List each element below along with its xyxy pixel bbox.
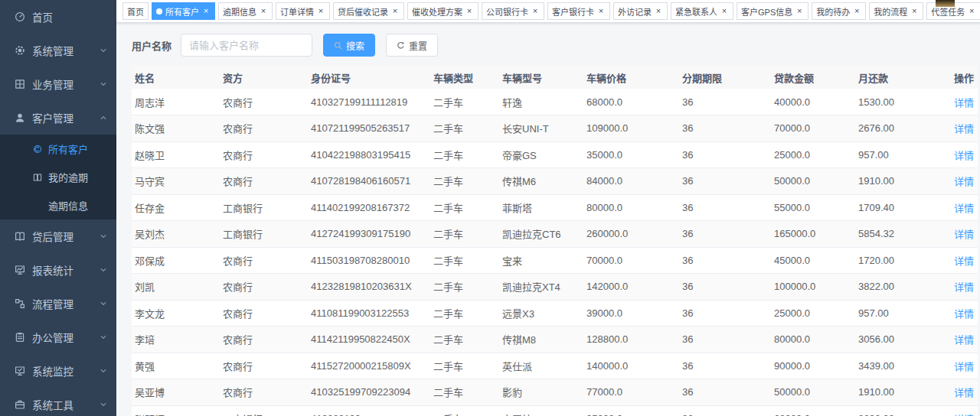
table-cell: 赵晓卫 <box>132 141 220 168</box>
search-field-label: 用户名称 <box>132 38 172 53</box>
action-cell: 详情 <box>951 141 978 168</box>
table-cell: 1720.00 <box>855 247 951 274</box>
close-icon[interactable]: × <box>596 7 606 16</box>
tab-3[interactable]: 订单详情× <box>276 2 330 20</box>
detail-link[interactable]: 详情 <box>954 150 974 161</box>
table-cell: 25000.0 <box>771 141 855 168</box>
sidebar-item-7[interactable]: 办公管理 <box>0 320 116 354</box>
submenu-item-label: 逾期信息 <box>48 198 88 213</box>
close-icon[interactable]: × <box>795 7 804 16</box>
table-cell: 二手车 <box>430 168 499 195</box>
tab-11[interactable]: 我的待办× <box>812 2 866 20</box>
table-cell: 36 <box>679 327 771 353</box>
tab-1[interactable]: 所有客户× <box>152 2 215 20</box>
table-row: 吴亚博农商行410325199709223094二手车影豹77000.03650… <box>132 379 978 406</box>
table-cell: 二手车 <box>430 194 499 221</box>
search-button[interactable]: 搜索 <box>323 34 375 57</box>
chevron-down-icon <box>100 300 107 307</box>
sidebar-item-0[interactable]: 首页 <box>0 0 116 34</box>
chevron-down-icon <box>100 333 107 341</box>
tab-5[interactable]: 催收处理方案× <box>407 2 479 20</box>
copyright-circle-icon <box>32 144 42 154</box>
table-cell: 陈文强 <box>132 115 220 142</box>
table-cell: 412724199309175190 <box>308 221 430 248</box>
tab-6[interactable]: 公司银行卡× <box>482 2 544 20</box>
table-cell: 农商行 <box>220 89 308 115</box>
close-icon[interactable]: × <box>316 7 325 16</box>
detail-link[interactable]: 详情 <box>954 255 974 267</box>
sidebar-item-3[interactable]: 客户管理 <box>0 101 116 135</box>
tab-10[interactable]: 客户GPS信息× <box>737 2 808 20</box>
table-cell: 任存金 <box>132 194 220 221</box>
tab-4[interactable]: 贷后催收记录× <box>333 2 404 20</box>
table-cell: 农商行 <box>220 247 308 274</box>
table-cell: 菲斯塔 <box>499 194 583 221</box>
detail-link[interactable]: 详情 <box>954 229 974 240</box>
table-cell: 李培 <box>132 327 220 353</box>
close-icon[interactable]: × <box>910 7 919 16</box>
table-cell: 远景X3 <box>499 300 583 327</box>
sidebar-item-2[interactable]: 业务管理 <box>0 67 116 101</box>
table-row: 李培农商行41142119950822450X二手车传祺M8128800.036… <box>132 327 978 353</box>
table-cell: 吴刘杰 <box>132 221 220 248</box>
close-icon[interactable]: × <box>720 7 729 16</box>
detail-link[interactable]: 详情 <box>954 361 974 372</box>
column-header: 车辆类型 <box>430 66 499 89</box>
tab-12[interactable]: 我的流程× <box>869 2 923 20</box>
sidebar-item-4[interactable]: 贷后管理 <box>0 219 116 253</box>
submenu-item-label: 我的逾期 <box>48 170 88 184</box>
close-icon[interactable]: × <box>967 7 976 16</box>
tab-label: 外访记录 <box>618 5 652 18</box>
table-row: 张明辉工商银行410323199二手车卡罗拉95000.03660000.022… <box>132 405 978 416</box>
table-cell: 68000.0 <box>583 89 679 115</box>
action-cell: 详情 <box>951 194 978 221</box>
close-icon[interactable]: × <box>259 7 268 16</box>
tab-label: 我的待办 <box>816 5 850 18</box>
detail-link[interactable]: 详情 <box>954 203 974 214</box>
detail-link[interactable]: 详情 <box>954 334 974 346</box>
submenu-item-2[interactable]: 逾期信息 <box>0 191 116 219</box>
sidebar-item-8[interactable]: 系统监控 <box>0 354 116 388</box>
submenu-item-0[interactable]: 所有客户 <box>0 135 116 163</box>
detail-link[interactable]: 详情 <box>954 176 974 187</box>
detail-link[interactable]: 详情 <box>954 123 974 135</box>
search-button-label: 搜索 <box>346 39 364 52</box>
close-icon[interactable]: × <box>201 7 211 16</box>
sidebar-item-1[interactable]: 系统管理 <box>0 34 116 67</box>
search-icon <box>334 41 342 50</box>
detail-link[interactable]: 详情 <box>954 387 974 398</box>
reset-button[interactable]: 重置 <box>386 34 438 57</box>
tab-2[interactable]: 逾期信息× <box>218 2 273 20</box>
action-cell: 详情 <box>951 115 978 142</box>
customer-name-input[interactable] <box>181 34 312 57</box>
submenu-item-1[interactable]: 我的逾期 <box>0 163 116 191</box>
table-cell: 411503198708280010 <box>308 247 430 274</box>
table-cell: 农商行 <box>220 353 308 379</box>
detail-link[interactable]: 详情 <box>954 97 974 109</box>
table-cell: 36 <box>679 89 771 115</box>
table-cell: 36 <box>679 141 771 168</box>
tab-0[interactable]: 首页 <box>122 2 149 20</box>
close-icon[interactable]: × <box>465 7 474 16</box>
book-open-icon <box>14 231 25 242</box>
sidebar-item-6[interactable]: 流程管理 <box>0 287 116 320</box>
tab-9[interactable]: 紧急联系人× <box>671 2 733 20</box>
active-tab-dot <box>156 8 162 15</box>
column-header: 身份证号 <box>308 66 430 89</box>
table-cell: 35000.0 <box>583 141 679 168</box>
tab-8[interactable]: 外访记录× <box>613 2 668 20</box>
close-icon[interactable]: × <box>654 7 663 16</box>
table-body: 周志洋农商行410327199111112819二手车轩逸68000.03640… <box>132 89 978 416</box>
sidebar-item-9[interactable]: 系统工具 <box>0 388 116 416</box>
close-icon[interactable]: × <box>390 7 400 16</box>
table-cell: 农商行 <box>220 141 308 168</box>
tab-7[interactable]: 客户银行卡× <box>547 2 610 20</box>
table-cell: 二手车 <box>430 379 499 406</box>
detail-link[interactable]: 详情 <box>954 308 974 320</box>
detail-link[interactable]: 详情 <box>954 281 974 293</box>
close-icon[interactable]: × <box>531 7 540 16</box>
table-cell: 吴亚博 <box>132 379 220 406</box>
submenu-item-label: 所有客户 <box>48 141 88 156</box>
sidebar-item-5[interactable]: 报表统计 <box>0 253 116 287</box>
close-icon[interactable]: × <box>852 7 861 16</box>
